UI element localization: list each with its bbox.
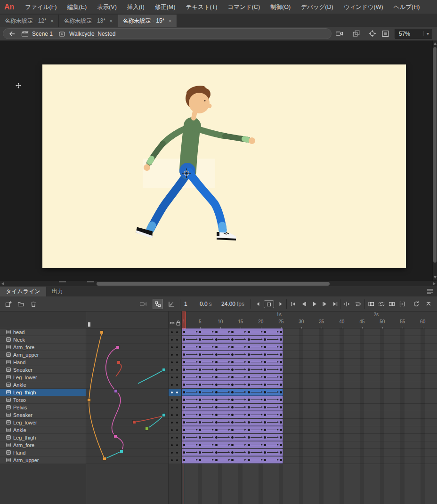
center-stage-icon[interactable] (368, 30, 376, 38)
frame-row[interactable] (182, 389, 437, 396)
layer-status-row[interactable] (169, 389, 181, 396)
keyframe-dot[interactable] (248, 414, 250, 416)
menu-item[interactable]: 表示(V) (92, 0, 122, 14)
keyframe-dot[interactable] (231, 384, 234, 386)
keyframe-dot[interactable] (231, 429, 234, 431)
layer-row[interactable]: Hand (0, 449, 86, 456)
keyframe-dot[interactable] (215, 376, 218, 378)
keyframe-dot[interactable] (264, 376, 266, 378)
fps-field[interactable]: 24.00fps (221, 301, 244, 307)
lock-dot[interactable] (176, 339, 178, 341)
keyframe-dot[interactable] (280, 331, 282, 333)
elapsed-time-field[interactable]: 0.0s (200, 301, 212, 307)
keyframe-dot[interactable] (280, 376, 282, 378)
frame-row[interactable] (182, 374, 437, 381)
keyframe-dot[interactable] (280, 421, 282, 424)
keyframe-dot[interactable] (280, 436, 282, 439)
visibility-dot[interactable] (171, 437, 173, 439)
keyframe-dot[interactable] (280, 429, 282, 431)
keyframe-dot[interactable] (248, 361, 250, 363)
panel-menu-icon[interactable] (427, 288, 433, 294)
next-frame-button[interactable] (321, 300, 329, 308)
layer-row[interactable]: Torso (0, 396, 86, 404)
lock-dot[interactable] (176, 452, 178, 454)
layer-row[interactable]: Leg_thigh (0, 389, 86, 396)
onion-skin-outlines-button[interactable] (378, 300, 385, 308)
keyframe-dot[interactable] (280, 338, 282, 341)
layer-status-row[interactable] (169, 359, 181, 366)
frame-row[interactable] (182, 456, 437, 464)
visibility-dot[interactable] (171, 339, 173, 341)
tween-span[interactable] (182, 449, 283, 456)
keyframe-dot[interactable] (280, 451, 282, 454)
previous-frame-button[interactable] (300, 300, 308, 308)
visibility-dot[interactable] (171, 459, 173, 461)
keyframe-dot[interactable] (231, 406, 234, 408)
keyframe-dot[interactable] (248, 346, 250, 348)
tween-span[interactable] (182, 434, 283, 441)
keyframe-dot[interactable] (264, 331, 266, 333)
lock-icon[interactable] (175, 320, 181, 326)
keyframe-dot[interactable] (215, 459, 218, 461)
modify-markers-button[interactable] (398, 300, 406, 308)
frame-row[interactable] (182, 404, 437, 411)
keyframe-dot[interactable] (264, 444, 266, 446)
document-tab[interactable]: 名称未設定 - 13*× (59, 15, 118, 27)
keyframe-dot[interactable] (215, 384, 218, 386)
keyframe-dot[interactable] (248, 406, 250, 408)
camera-icon[interactable] (335, 30, 343, 38)
keyframe-dot[interactable] (231, 361, 234, 363)
keyframe-dot[interactable] (199, 444, 201, 446)
keyframe-dot[interactable] (264, 436, 266, 439)
visibility-dot[interactable] (171, 384, 173, 386)
keyframe-dot[interactable] (264, 459, 266, 461)
keyframe-dot[interactable] (248, 376, 250, 378)
tween-span[interactable] (182, 328, 283, 336)
playhead-line[interactable] (184, 328, 184, 504)
frame-row[interactable] (182, 381, 437, 389)
scroll-right-icon[interactable] (433, 282, 436, 285)
lock-dot[interactable] (176, 376, 178, 378)
layer-status-row[interactable] (169, 449, 181, 456)
lock-dot[interactable] (176, 369, 178, 371)
lock-dot[interactable] (176, 354, 178, 356)
keyframe-dot[interactable] (199, 406, 201, 408)
layer-row[interactable]: Arm_fore (0, 441, 86, 449)
menu-item[interactable]: テキスト(T) (180, 0, 222, 14)
keyframe-dot[interactable] (280, 368, 282, 371)
stage-horizontal-scrollbar[interactable] (0, 280, 437, 286)
lock-dot[interactable] (176, 346, 178, 348)
keyframe-dot[interactable] (199, 429, 201, 431)
frame-row[interactable] (182, 344, 437, 351)
keyframe-dot[interactable] (264, 384, 266, 386)
frame-row[interactable] (182, 359, 437, 366)
keyframe-dot[interactable] (231, 421, 234, 424)
keyframe-dot[interactable] (231, 459, 234, 461)
scroll-left-icon[interactable] (1, 282, 4, 285)
vscroll-thumb[interactable] (433, 47, 437, 263)
lock-dot[interactable] (176, 437, 178, 439)
collapse-panel-icon[interactable] (425, 300, 432, 308)
add-camera-button[interactable] (139, 300, 147, 308)
visibility-dot[interactable] (171, 369, 173, 371)
keyframe-dot[interactable] (248, 391, 250, 393)
keyframe-dot[interactable] (199, 399, 201, 401)
keyframe-dot[interactable] (264, 361, 266, 363)
frame-row[interactable] (182, 426, 437, 434)
visibility-dot[interactable] (171, 407, 173, 408)
layer-status-row[interactable] (169, 374, 181, 381)
center-playhead-button[interactable] (343, 300, 350, 308)
lock-dot[interactable] (176, 459, 178, 461)
menu-item[interactable]: 修正(M) (150, 0, 181, 14)
keyframe-dot[interactable] (280, 384, 282, 386)
layer-row[interactable]: Leg_thigh (0, 434, 86, 441)
scroll-up-icon[interactable] (434, 42, 437, 45)
visibility-dot[interactable] (171, 392, 173, 393)
panel-tab[interactable]: タイムライン (0, 287, 46, 296)
keyframe-dot[interactable] (199, 361, 201, 363)
keyframe-dot[interactable] (199, 338, 201, 341)
keyframe-dot[interactable] (264, 421, 266, 424)
keyframe-dot[interactable] (215, 451, 218, 454)
keyframe-dot[interactable] (264, 406, 266, 408)
keyframe-dot[interactable] (248, 421, 250, 424)
